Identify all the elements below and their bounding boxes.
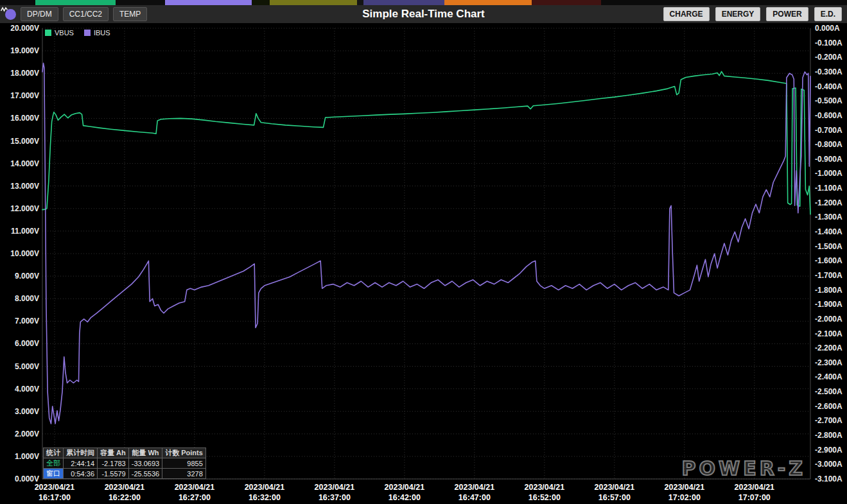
legend-swatch: [45, 30, 51, 36]
button-charge[interactable]: CHARGE: [663, 7, 710, 21]
button-e-d[interactable]: E.D.: [814, 7, 842, 21]
right-axis-label: -1.800A: [815, 286, 843, 295]
left-axis-label: 14.000V: [10, 159, 39, 168]
stats-value: -25.5536: [128, 469, 162, 479]
right-axis-label: -0.200A: [815, 53, 843, 62]
right-axis-label: -1.000A: [815, 169, 843, 178]
right-axis-label: -1.200A: [815, 198, 843, 207]
stats-header-cell: 能量 Wh: [128, 448, 162, 458]
right-axis-label: -2.900A: [815, 446, 843, 455]
x-axis-date: 2023/04/21: [455, 483, 495, 492]
right-axis-label: -0.700A: [815, 126, 843, 135]
right-axis-label: -2.700A: [815, 416, 843, 425]
left-axis-label: 13.000V: [10, 182, 39, 191]
plot-svg[interactable]: 20.000V19.000V18.000V17.000V16.000V15.00…: [0, 23, 847, 504]
stats-value: -33.0693: [128, 458, 162, 469]
left-axis-label: 15.000V: [10, 137, 39, 146]
right-tab-group: CHARGEENERGYPOWERE.D.: [663, 7, 842, 21]
legend-swatch: [84, 30, 91, 36]
x-axis-date: 2023/04/21: [525, 483, 565, 492]
stats-row-label: 窗口: [44, 469, 64, 479]
right-axis-label: -2.400A: [815, 372, 843, 381]
x-axis-date: 2023/04/21: [385, 483, 425, 492]
stats-header-cell: 容量 Ah: [98, 448, 129, 458]
tab-cc1-cc2[interactable]: CC1/CC2: [63, 7, 109, 21]
stats-row: 窗口0:54:36-1.5579-25.55363278: [44, 469, 206, 479]
left-axis-label: 18.000V: [10, 69, 39, 78]
right-axis-label: -0.500A: [815, 96, 843, 105]
stats-table: 统计累计时间容量 Ah能量 Wh计数 Points全部2:44:14-2.178…: [43, 448, 206, 479]
x-axis-time: 16:57:00: [598, 493, 631, 502]
strip-segment: [165, 0, 252, 5]
powerz-watermark: POWER-Z: [682, 457, 806, 480]
strip-segment: [252, 0, 270, 5]
legend: VBUSIBUS: [45, 29, 110, 37]
right-axis-label: -0.900A: [815, 155, 843, 164]
x-axis-time: 16:17:00: [39, 493, 71, 502]
strip-segment: [532, 0, 601, 5]
left-axis-label: 19.000V: [10, 46, 39, 55]
strip-segment: [601, 0, 847, 5]
legend-item-ibus[interactable]: IBUS: [84, 29, 110, 37]
left-axis-label: 7.000V: [15, 317, 39, 326]
left-axis-label: 4.000V: [15, 385, 39, 394]
right-axis-label: -1.500A: [815, 242, 843, 251]
stats-header-cell: 累计时间: [64, 448, 98, 458]
chart-area[interactable]: 20.000V19.000V18.000V17.000V16.000V15.00…: [0, 23, 847, 504]
app-window: { "header": { "title": "Simple Real-Time…: [0, 0, 847, 504]
right-axis-label: -0.400A: [815, 82, 843, 91]
left-axis-label: 9.000V: [15, 272, 39, 281]
left-axis-label: 12.000V: [10, 204, 39, 213]
right-axis-label: -3.100A: [815, 474, 843, 483]
x-axis-date: 2023/04/21: [595, 483, 635, 492]
right-axis-label: -0.300A: [815, 67, 843, 76]
series-ibus: [42, 63, 810, 424]
strip-segment: [444, 0, 532, 5]
stats-value: -1.5579: [98, 469, 129, 479]
button-energy[interactable]: ENERGY: [715, 7, 761, 21]
left-axis-label: 1.000V: [15, 452, 39, 461]
left-axis-label: 0.000V: [15, 474, 39, 483]
right-axis-label: -0.800A: [815, 140, 843, 149]
stats-value: -2.1783: [98, 458, 129, 469]
right-axis-label: -2.200A: [815, 343, 843, 352]
x-axis-time: 17:02:00: [668, 493, 701, 502]
x-axis-date: 2023/04/21: [105, 483, 145, 492]
right-axis-label: 0.000A: [815, 24, 840, 33]
legend-item-vbus[interactable]: VBUS: [45, 29, 74, 37]
tab-temp[interactable]: TEMP: [113, 7, 147, 21]
x-axis-time: 17:07:00: [738, 493, 771, 502]
header-bar: DP/DMCC1/CC2TEMP Simple Real-Time Chart …: [0, 5, 847, 24]
right-axis-label: -2.300A: [815, 358, 843, 367]
left-tab-group: DP/DMCC1/CC2TEMP: [21, 7, 147, 21]
wave-icon: [0, 5, 8, 13]
stats-value: 9855: [162, 458, 206, 469]
right-axis-label: -2.000A: [815, 315, 843, 324]
strip-segment: [116, 0, 165, 5]
strip-segment: [0, 0, 35, 5]
app-icon: [5, 9, 16, 20]
left-axis-label: 20.000V: [10, 24, 39, 33]
x-axis-time: 16:22:00: [109, 493, 141, 502]
x-axis-time: 16:37:00: [319, 493, 351, 502]
tab-dp-dm[interactable]: DP/DM: [21, 7, 58, 21]
x-axis-time: 16:32:00: [249, 493, 281, 502]
x-axis-time: 16:47:00: [458, 493, 491, 502]
stats-row: 全部2:44:14-2.1783-33.06939855: [44, 458, 206, 469]
legend-label: IBUS: [94, 29, 110, 37]
right-axis-label: -1.900A: [815, 300, 843, 309]
strip-segment: [357, 0, 363, 5]
left-axis-label: 10.000V: [10, 249, 39, 258]
left-axis-label: 17.000V: [10, 91, 39, 100]
left-axis-label: 6.000V: [15, 339, 39, 348]
strip-segment: [35, 0, 116, 5]
stats-header-cell: 统计: [44, 448, 64, 458]
right-axis-label: -1.400A: [815, 227, 843, 236]
right-axis-label: -2.500A: [815, 387, 843, 396]
right-axis-label: -1.600A: [815, 256, 843, 265]
strip-segment: [270, 0, 357, 5]
x-axis-time: 16:52:00: [528, 493, 561, 502]
left-axis-label: 5.000V: [15, 362, 39, 371]
right-axis-label: -1.700A: [815, 271, 843, 280]
button-power[interactable]: POWER: [766, 7, 808, 21]
